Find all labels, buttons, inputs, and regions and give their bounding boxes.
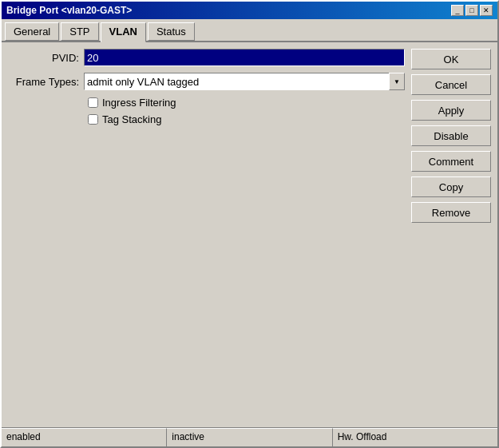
maximize-button[interactable]: □	[465, 5, 478, 16]
tag-stacking-label: Tag Stacking	[102, 113, 161, 125]
status-pane-2: inactive	[167, 428, 332, 446]
remove-button[interactable]: Remove	[411, 202, 491, 223]
disable-button[interactable]: Disable	[411, 125, 491, 146]
comment-button[interactable]: Comment	[411, 151, 491, 172]
button-panel: OK Cancel Apply Disable Comment Copy Rem…	[411, 49, 491, 421]
copy-button[interactable]: Copy	[411, 176, 491, 197]
frame-types-row: Frame Types: admit all admit only VLAN t…	[8, 73, 405, 90]
form-panel: PVID: Frame Types: admit all admit only …	[8, 49, 405, 421]
title-bar: Bridge Port <vlan20-GAST> _ □ ✕	[2, 2, 497, 19]
minimize-button[interactable]: _	[451, 5, 464, 16]
window-content: General STP VLAN Status PVID: Frame Type…	[2, 19, 497, 446]
pvid-input[interactable]	[84, 49, 405, 66]
window-controls: _ □ ✕	[451, 5, 493, 16]
status-pane-1: enabled	[2, 428, 167, 446]
window-title: Bridge Port <vlan20-GAST>	[6, 5, 132, 16]
tag-stacking-checkbox[interactable]	[88, 114, 98, 125]
frame-types-wrapper: admit all admit only VLAN tagged admit o…	[84, 73, 405, 90]
tag-stacking-row: Tag Stacking	[88, 113, 405, 125]
ingress-filtering-label: Ingress Filtering	[102, 97, 176, 109]
close-button[interactable]: ✕	[480, 5, 493, 16]
tab-status[interactable]: Status	[148, 22, 195, 41]
tab-vlan[interactable]: VLAN	[101, 22, 146, 42]
status-pane-3: Hw. Offload	[333, 428, 497, 446]
frame-types-dropdown-arrow[interactable]: ▼	[389, 73, 405, 90]
apply-button[interactable]: Apply	[411, 100, 491, 121]
ok-button[interactable]: OK	[411, 49, 491, 69]
cancel-button[interactable]: Cancel	[411, 74, 491, 95]
ingress-filtering-row: Ingress Filtering	[88, 97, 405, 109]
frame-types-label: Frame Types:	[8, 76, 84, 88]
pvid-label: PVID:	[8, 52, 84, 64]
status-bar: enabled inactive Hw. Offload	[2, 427, 497, 446]
frame-types-select[interactable]: admit all admit only VLAN tagged admit o…	[84, 73, 405, 90]
ingress-filtering-checkbox[interactable]	[88, 97, 98, 108]
main-window: Bridge Port <vlan20-GAST> _ □ ✕ General …	[0, 0, 499, 448]
pvid-row: PVID:	[8, 49, 405, 66]
tab-general[interactable]: General	[5, 22, 59, 41]
tab-stp[interactable]: STP	[61, 22, 98, 41]
tab-bar: General STP VLAN Status	[2, 19, 497, 42]
main-area: PVID: Frame Types: admit all admit only …	[2, 42, 497, 427]
